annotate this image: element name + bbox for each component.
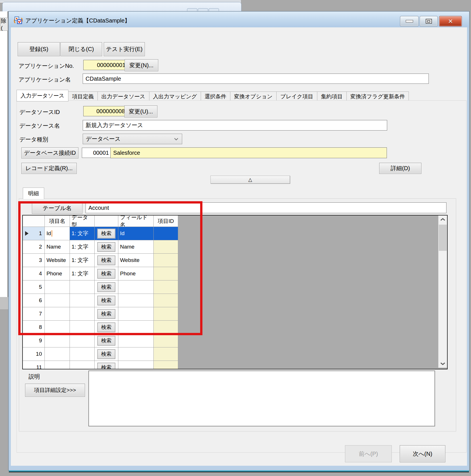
datasource-name-field[interactable]: 新規入力データソース <box>83 120 387 131</box>
app-name-field[interactable]: CDataSample <box>83 74 429 84</box>
cell-item-id[interactable] <box>154 307 178 321</box>
datasource-id-change-button[interactable]: 変更(U)... <box>124 105 157 117</box>
cell-field-name[interactable] <box>118 307 154 321</box>
minimize-button[interactable] <box>400 16 419 27</box>
close-dialog-button[interactable]: 閉じる(C) <box>60 42 102 56</box>
maximize-button[interactable] <box>420 16 438 27</box>
cell-item-name[interactable] <box>45 361 70 369</box>
row-selector[interactable]: 1 <box>23 227 45 240</box>
cell-item-id[interactable] <box>154 280 178 294</box>
search-button[interactable]: 検索 <box>98 296 115 305</box>
search-button[interactable]: 検索 <box>98 323 115 332</box>
cell-item-id[interactable] <box>154 294 178 307</box>
register-button[interactable]: 登録(S) <box>18 42 60 56</box>
cell-item-id[interactable] <box>154 321 178 334</box>
tab-converted-flag-condition[interactable]: 変換済フラグ更新条件 <box>347 91 409 101</box>
cell-item-name[interactable]: Name <box>45 240 70 254</box>
cell-data-type[interactable] <box>70 361 95 369</box>
record-definition-button[interactable]: レコード定義(R)... <box>21 163 77 174</box>
cell-item-name[interactable] <box>45 280 70 294</box>
search-button[interactable]: 検索 <box>98 282 115 292</box>
datasource-id-field[interactable]: 000000008 <box>83 106 128 116</box>
search-button[interactable]: 検索 <box>98 336 115 345</box>
search-button[interactable]: 検索 <box>98 229 115 238</box>
search-button[interactable]: 検索 <box>98 309 115 319</box>
cell-data-type[interactable] <box>70 294 95 307</box>
row-selector[interactable]: 8 <box>23 321 45 334</box>
cell-item-id[interactable] <box>154 227 178 240</box>
cell-item-id[interactable] <box>154 254 178 267</box>
row-selector[interactable]: 4 <box>23 267 45 280</box>
row-selector[interactable]: 9 <box>23 334 45 347</box>
test-run-button[interactable]: テスト実行(E) <box>104 42 145 56</box>
tab-input-datasource[interactable]: 入力データソース <box>17 90 68 101</box>
table-name-button[interactable]: テーブル名 <box>32 202 82 214</box>
app-no-field[interactable]: 000000001 <box>83 60 128 70</box>
search-button[interactable]: 検索 <box>98 269 115 278</box>
tab-conversion-option[interactable]: 変換オプション <box>230 91 277 101</box>
next-button[interactable]: 次へ(N) <box>400 445 445 462</box>
cell-item-id[interactable] <box>154 334 178 347</box>
cell-item-name[interactable]: Website <box>45 254 70 267</box>
cell-field-name[interactable] <box>118 294 154 307</box>
cell-item-name[interactable] <box>45 307 70 321</box>
cell-item-id[interactable] <box>154 361 178 369</box>
row-selector[interactable]: 3 <box>23 254 45 267</box>
tab-selection-condition[interactable]: 選択条件 <box>201 91 230 101</box>
scroll-down-button[interactable] <box>438 360 447 368</box>
cell-field-name[interactable] <box>118 334 154 347</box>
cell-field-name[interactable]: Website <box>118 254 154 267</box>
tab-io-mapping[interactable]: 入出力マッピング <box>149 91 201 101</box>
cell-data-type[interactable] <box>70 347 95 361</box>
cell-item-name[interactable] <box>45 321 70 334</box>
search-button[interactable]: 検索 <box>98 256 115 265</box>
row-selector[interactable]: 2 <box>23 240 45 254</box>
description-textarea[interactable] <box>88 371 435 426</box>
cell-data-type[interactable]: 1: 文字 <box>70 227 95 240</box>
cell-data-type[interactable] <box>70 334 95 347</box>
tab-output-datasource[interactable]: 出力データソース <box>98 91 149 101</box>
cell-item-id[interactable] <box>154 347 178 361</box>
db-connection-id-field[interactable]: 00001 <box>82 148 112 158</box>
cell-data-type[interactable]: 1: 文字 <box>70 240 95 254</box>
scrollbar-thumb[interactable] <box>439 225 447 251</box>
cell-item-name[interactable] <box>45 294 70 307</box>
search-button[interactable]: 検索 <box>98 242 115 252</box>
tab-break-item[interactable]: ブレイク項目 <box>277 91 317 101</box>
row-selector[interactable]: 6 <box>23 294 45 307</box>
cell-field-name[interactable] <box>118 321 154 334</box>
item-detail-settings-button[interactable]: 項目詳細設定>>> <box>25 384 85 397</box>
cell-item-id[interactable] <box>154 240 178 254</box>
dialog-titlebar[interactable]: アプリケーション定義【CDataSample】 ✕ <box>9 12 469 27</box>
cell-item-id[interactable] <box>154 267 178 280</box>
close-button[interactable]: ✕ <box>439 16 462 27</box>
collapse-button[interactable]: △ <box>210 176 290 184</box>
search-button[interactable]: 検索 <box>98 349 115 359</box>
cell-data-type[interactable]: 1: 文字 <box>70 254 95 267</box>
tab-detail[interactable]: 明細 <box>23 188 44 199</box>
db-connection-id-button[interactable]: データベース接続ID <box>21 147 78 158</box>
cell-item-name[interactable] <box>45 334 70 347</box>
cell-item-name[interactable] <box>45 347 70 361</box>
cell-item-name[interactable]: Phone <box>45 267 70 280</box>
previous-button[interactable]: 前へ(P) <box>345 445 392 462</box>
cell-field-name[interactable] <box>118 280 154 294</box>
tab-aggregate-item[interactable]: 集約項目 <box>317 91 347 101</box>
tab-item-definition[interactable]: 項目定義 <box>68 91 98 101</box>
cell-field-name[interactable] <box>118 361 154 369</box>
cell-data-type[interactable] <box>70 321 95 334</box>
grid-scrollbar[interactable] <box>438 215 447 368</box>
row-selector[interactable]: 11 <box>23 361 45 369</box>
row-selector[interactable]: 7 <box>23 307 45 321</box>
cell-data-type[interactable] <box>70 307 95 321</box>
row-selector[interactable]: 5 <box>23 280 45 294</box>
cell-field-name[interactable] <box>118 347 154 361</box>
cell-data-type[interactable] <box>70 280 95 294</box>
cell-field-name[interactable]: Phone <box>118 267 154 280</box>
row-selector[interactable]: 10 <box>23 347 45 361</box>
scroll-up-button[interactable] <box>438 215 447 223</box>
cell-data-type[interactable]: 1: 文字 <box>70 267 95 280</box>
data-type-dropdown[interactable]: データベース <box>83 134 182 144</box>
db-connection-name-field[interactable]: Salesforce <box>110 147 387 158</box>
cell-field-name[interactable]: Id <box>118 227 154 240</box>
